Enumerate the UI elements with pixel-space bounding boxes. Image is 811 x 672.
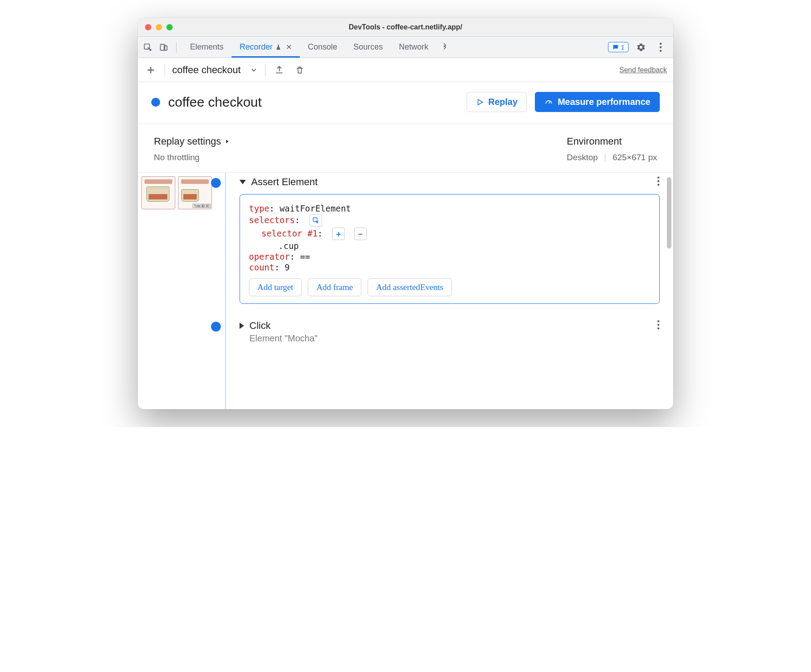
key: selector #1 bbox=[261, 228, 318, 238]
scrollbar-thumb[interactable] bbox=[667, 177, 671, 249]
remove-selector-button[interactable]: － bbox=[354, 228, 367, 240]
screenshot-thumbnail[interactable] bbox=[141, 176, 175, 209]
close-icon[interactable]: ✕ bbox=[286, 43, 292, 51]
step-subtitle: Element "Mocha" bbox=[249, 333, 660, 344]
steps-list: Assert Element type: waitForElement sele… bbox=[217, 173, 673, 409]
add-frame-button[interactable]: Add frame bbox=[308, 278, 361, 296]
env-viewport: 625×671 px bbox=[612, 153, 657, 162]
issues-count: 1 bbox=[621, 43, 625, 51]
recording-header: coffee checkout Replay Measure performan… bbox=[138, 82, 673, 124]
minimize-window-icon[interactable] bbox=[156, 24, 162, 30]
settings-icon[interactable] bbox=[634, 40, 648, 54]
step-marker-icon bbox=[211, 322, 221, 332]
tab-console[interactable]: Console bbox=[300, 37, 345, 58]
svg-point-6 bbox=[658, 177, 660, 179]
export-button[interactable] bbox=[273, 63, 286, 77]
tab-label: Recorder bbox=[240, 42, 273, 52]
key: type bbox=[249, 203, 269, 213]
value[interactable]: 9 bbox=[285, 262, 290, 272]
recorder-toolbar: coffee checkout Send feedback bbox=[138, 58, 673, 82]
step-header[interactable]: Click bbox=[240, 320, 660, 332]
divider bbox=[176, 42, 177, 53]
play-icon bbox=[476, 98, 484, 106]
svg-point-3 bbox=[660, 42, 662, 45]
button-label: Replay bbox=[488, 97, 518, 107]
selector-value[interactable]: .cup bbox=[278, 241, 299, 251]
environment-label: Environment bbox=[567, 136, 657, 147]
replay-settings-toggle[interactable]: Replay settings bbox=[154, 136, 230, 147]
window-title: DevTools - coffee-cart.netlify.app/ bbox=[138, 23, 673, 31]
chevron-right-icon bbox=[224, 138, 230, 145]
add-asserted-events-button[interactable]: Add assertedEvents bbox=[368, 278, 451, 296]
env-device: Desktop bbox=[567, 153, 598, 162]
step-click: Click Element "Mocha" bbox=[240, 320, 660, 344]
chat-icon bbox=[612, 44, 619, 51]
new-recording-button[interactable] bbox=[144, 63, 157, 77]
tab-label: Console bbox=[308, 42, 337, 52]
add-selector-button[interactable]: ＋ bbox=[332, 228, 345, 240]
label: Replay settings bbox=[154, 136, 221, 147]
chevron-down-icon bbox=[250, 66, 258, 74]
thumb-total-label: Total:$0.00 bbox=[193, 204, 211, 208]
send-feedback-link[interactable]: Send feedback bbox=[619, 66, 667, 74]
colon: : bbox=[269, 203, 280, 213]
step-marker-icon bbox=[211, 178, 221, 188]
step-title: Assert Element bbox=[251, 176, 318, 188]
maximize-window-icon[interactable] bbox=[166, 24, 173, 30]
tab-label: Sources bbox=[353, 42, 383, 52]
tab-recorder[interactable]: Recorder ✕ bbox=[232, 37, 300, 58]
close-window-icon[interactable] bbox=[145, 24, 151, 30]
key: selectors bbox=[249, 215, 295, 225]
key: count bbox=[249, 262, 274, 272]
button-label: Measure performance bbox=[558, 97, 650, 107]
svg-point-4 bbox=[660, 46, 662, 48]
element-picker-button[interactable] bbox=[310, 214, 322, 227]
devtools-window: DevTools - coffee-cart.netlify.app/ Elem… bbox=[138, 18, 673, 409]
svg-point-8 bbox=[658, 184, 660, 186]
svg-point-5 bbox=[660, 50, 662, 52]
toggle-device-toolbar-icon[interactable] bbox=[157, 40, 171, 54]
kebab-menu-icon[interactable] bbox=[654, 40, 668, 54]
thumbnail-column: Total:$0.00 bbox=[138, 173, 217, 409]
screenshot-thumbnail[interactable]: Total:$0.00 bbox=[178, 176, 212, 209]
recording-name: coffee checkout bbox=[172, 64, 241, 76]
panel-tabs: Elements Recorder ✕ Console Sources Netw… bbox=[182, 37, 453, 58]
add-target-button[interactable]: Add target bbox=[249, 278, 302, 296]
colon: : bbox=[274, 262, 285, 272]
throttling-value: No throttling bbox=[154, 153, 230, 162]
divider bbox=[605, 153, 605, 162]
step-details-card: type: waitForElement selectors: selector… bbox=[240, 194, 660, 304]
divider bbox=[265, 64, 265, 76]
steps-panel: Total:$0.00 Assert Element type: waitFor… bbox=[138, 173, 673, 409]
issues-badge[interactable]: 1 bbox=[608, 42, 629, 52]
value[interactable]: waitForElement bbox=[280, 203, 351, 213]
svg-point-12 bbox=[658, 328, 660, 330]
tab-network[interactable]: Network bbox=[391, 37, 436, 58]
titlebar: DevTools - coffee-cart.netlify.app/ bbox=[138, 18, 673, 37]
chevron-right-icon bbox=[240, 323, 244, 329]
step-header[interactable]: Assert Element bbox=[240, 176, 660, 188]
tab-label: Elements bbox=[190, 42, 223, 52]
svg-point-10 bbox=[658, 320, 660, 323]
delete-button[interactable] bbox=[293, 63, 306, 77]
step-menu-button[interactable] bbox=[657, 320, 660, 330]
traffic-lights bbox=[145, 24, 173, 30]
status-dot-icon bbox=[151, 98, 160, 107]
divider bbox=[165, 64, 165, 76]
colon: : bbox=[295, 215, 300, 225]
measure-performance-button[interactable]: Measure performance bbox=[535, 92, 660, 112]
tab-elements[interactable]: Elements bbox=[182, 37, 232, 58]
settings-row: Replay settings No throttling Environmen… bbox=[138, 124, 673, 173]
step-title: Click bbox=[249, 320, 271, 332]
recording-title: coffee checkout bbox=[168, 95, 459, 110]
replay-button[interactable]: Replay bbox=[467, 92, 527, 112]
gauge-icon bbox=[544, 98, 553, 107]
value[interactable]: == bbox=[300, 252, 310, 261]
more-tabs-button[interactable] bbox=[436, 37, 453, 58]
flask-icon bbox=[275, 44, 281, 51]
tab-sources[interactable]: Sources bbox=[345, 37, 391, 58]
step-menu-button[interactable] bbox=[657, 176, 660, 186]
inspect-element-icon[interactable] bbox=[141, 40, 155, 54]
step-assert-element: Assert Element type: waitForElement sele… bbox=[240, 176, 660, 304]
recording-selector[interactable]: coffee checkout bbox=[172, 64, 258, 76]
